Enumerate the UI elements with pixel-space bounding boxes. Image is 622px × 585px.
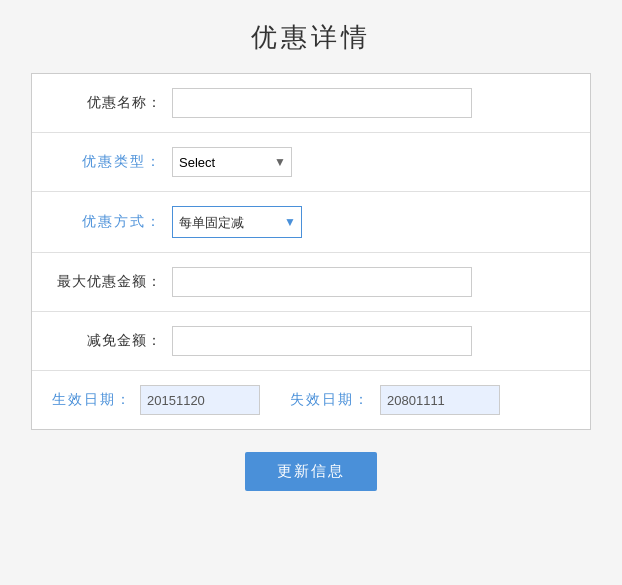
form-row-max-amount: 最大优惠金额： (32, 253, 590, 312)
type-select-wrapper: Select 类型一 类型二 ▼ (172, 147, 292, 177)
max-amount-label: 最大优惠金额： (52, 273, 162, 291)
form-row-name: 优惠名称： (32, 74, 590, 133)
method-select[interactable]: 每单固定减 每单折扣 满减优惠 (172, 206, 302, 238)
max-amount-input[interactable] (172, 267, 472, 297)
expiry-date-section: 失效日期： (290, 385, 500, 415)
page-title: 优惠详情 (251, 20, 371, 55)
discount-label: 减免金额： (52, 332, 162, 350)
discount-input[interactable] (172, 326, 472, 356)
expiry-date-label: 失效日期： (290, 391, 370, 409)
form-row-type: 优惠类型： Select 类型一 类型二 ▼ (32, 133, 590, 192)
method-label: 优惠方式： (52, 213, 162, 231)
effective-date-section: 生效日期： (52, 385, 260, 415)
method-select-wrapper: 每单固定减 每单折扣 满减优惠 ▼ (172, 206, 302, 238)
name-label: 优惠名称： (52, 94, 162, 112)
form-row-discount: 减免金额： (32, 312, 590, 371)
type-select[interactable]: Select 类型一 类型二 (172, 147, 292, 177)
form-container: 优惠名称： 优惠类型： Select 类型一 类型二 ▼ 优惠方式： 每单固定减… (31, 73, 591, 430)
effective-date-input[interactable] (140, 385, 260, 415)
form-row-method: 优惠方式： 每单固定减 每单折扣 满减优惠 ▼ (32, 192, 590, 253)
expiry-date-input[interactable] (380, 385, 500, 415)
type-label: 优惠类型： (52, 153, 162, 171)
submit-button[interactable]: 更新信息 (245, 452, 377, 491)
form-row-dates: 生效日期： 失效日期： (32, 371, 590, 429)
effective-date-label: 生效日期： (52, 391, 132, 409)
name-input[interactable] (172, 88, 472, 118)
